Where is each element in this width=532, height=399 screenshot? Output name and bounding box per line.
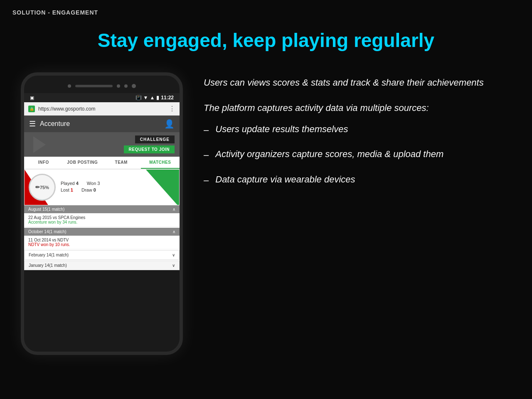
app-header: ☰ Accenture 👤 <box>24 116 180 132</box>
challenge-logo <box>29 134 50 155</box>
status-left: ▣ <box>30 95 34 101</box>
chevron-up-icon-october: ∧ <box>172 229 175 234</box>
wifi-icon: ▼ <box>143 95 148 101</box>
bullet-item-1: – Users update results themselves <box>204 123 515 137</box>
content-area: ▣ 📳 ▼ ▲ ▮ 11:22 🔒 https://www.gosporto.c… <box>0 72 532 355</box>
phone-container: ▣ 📳 ▼ ▲ ▮ 11:22 🔒 https://www.gosporto.c… <box>17 72 187 355</box>
hamburger-icon[interactable]: ☰ <box>29 119 36 128</box>
status-bar: ▣ 📳 ▼ ▲ ▮ 11:22 <box>24 93 180 102</box>
bullet-item-3: – Data capture via wearable devices <box>204 173 515 187</box>
intro-text: Users can views scores & stats and track… <box>204 76 515 89</box>
phone-top-bar <box>24 84 180 88</box>
svg-marker-0 <box>33 136 46 153</box>
tab-matches[interactable]: MATCHES <box>141 157 180 169</box>
right-content: Users can views scores & stats and track… <box>204 72 515 199</box>
draw-label: Draw 0 <box>81 187 96 192</box>
browser-url[interactable]: https://www.gosporto.com <box>38 106 165 112</box>
phone-speaker <box>75 85 113 87</box>
slide-label: SOLUTION - ENGAGEMENT <box>12 9 98 16</box>
phone-dot-1 <box>68 84 71 88</box>
bullet-text-2: Activity organizers capture scores, medi… <box>215 148 443 161</box>
main-title: Stay engaged, keep playing regularly <box>0 29 532 52</box>
stats-card: ✏ 75% Played 4 Won 3 <box>24 169 180 205</box>
request-join-button[interactable]: REQUEST TO JOIN <box>124 145 175 153</box>
battery-icon: ▮ <box>156 95 159 101</box>
phone-screen: ▣ 📳 ▼ ▲ ▮ 11:22 🔒 https://www.gosporto.c… <box>24 93 180 270</box>
signal-icon: ▲ <box>150 95 155 101</box>
percent-label: 75% <box>40 185 49 190</box>
challenge-section: CHALLENGE REQUEST TO JOIN <box>24 132 180 157</box>
challenge-button[interactable]: CHALLENGE <box>135 135 175 143</box>
bullet-item-2: – Activity organizers capture scores, me… <box>204 148 515 162</box>
platform-text: The platform captures activity data via … <box>204 102 515 115</box>
user-icon[interactable]: 👤 <box>164 119 175 129</box>
status-right: 📳 ▼ ▲ ▮ 11:22 <box>135 95 174 101</box>
chevron-up-icon-august: ∧ <box>172 207 175 212</box>
time-display: 11:22 <box>161 95 174 101</box>
won-label: Won 3 <box>87 181 100 186</box>
tab-job-posting[interactable]: JOB POSTING <box>63 157 102 169</box>
app-title: Accenture <box>40 120 160 128</box>
pencil-icon: ✏ <box>35 184 40 190</box>
month-row-january[interactable]: January 14(1 match) ∨ <box>24 261 180 270</box>
status-icon: ▣ <box>30 95 34 101</box>
bullet-list: – Users update results themselves – Acti… <box>204 123 515 187</box>
bullet-dash-3: – <box>204 174 209 187</box>
green-triangle <box>146 170 179 205</box>
month-row-february[interactable]: February 14(1 match) ∨ <box>24 250 180 260</box>
tabs-bar: INFO JOB POSTING TEAM MATCHES <box>24 157 180 169</box>
stats-circle: ✏ 75% <box>29 174 56 201</box>
phone-camera <box>132 84 136 88</box>
phone-dot-3 <box>124 84 128 88</box>
chevron-down-icon-feb: ∨ <box>172 253 175 257</box>
tab-info[interactable]: INFO <box>24 157 63 169</box>
vibrate-icon: 📳 <box>135 95 142 101</box>
month-row-august[interactable]: August 15(1 match) ∧ <box>24 205 180 213</box>
phone-mockup: ▣ 📳 ▼ ▲ ▮ 11:22 🔒 https://www.gosporto.c… <box>21 72 183 355</box>
chevron-down-icon-jan: ∨ <box>172 263 175 268</box>
tab-team[interactable]: TEAM <box>102 157 141 169</box>
match-detail-august: 22 Aug 2015 vs SPCA Engines Accenture wo… <box>24 213 180 227</box>
month-row-october[interactable]: October 14(1 match) ∧ <box>24 228 180 236</box>
bullet-dash-1: – <box>204 124 209 137</box>
lock-icon: 🔒 <box>28 106 35 112</box>
bullet-text-1: Users update results themselves <box>215 123 348 136</box>
browser-menu-icon[interactable]: ⋮ <box>169 105 175 113</box>
match-section: August 15(1 match) ∧ 22 Aug 2015 vs SPCA… <box>24 205 180 270</box>
match-detail-october: 11 Oct 2014 vs NDTV NDTV won by 10 runs. <box>24 236 180 249</box>
phone-dot-2 <box>117 84 120 88</box>
lost-label: Lost 1 <box>61 187 73 192</box>
browser-bar: 🔒 https://www.gosporto.com ⋮ <box>24 102 180 116</box>
bullet-text-3: Data capture via wearable devices <box>215 173 355 186</box>
bullet-dash-2: – <box>204 149 209 162</box>
played-label: Played 4 <box>61 181 79 186</box>
